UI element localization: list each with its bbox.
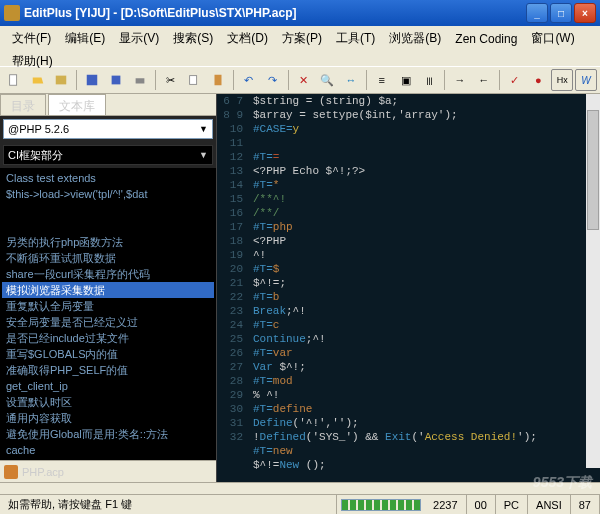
save-icon[interactable] [81,69,103,91]
menu-tools[interactable]: 工具(T) [330,28,381,49]
list-item[interactable]: share一段curl采集程序的代码 [2,266,214,282]
list-item[interactable]: cache [2,442,214,458]
category-value: CI框架部分 [8,148,63,163]
sidebar-tabs: 目录 文本库 [0,94,216,116]
list-item[interactable]: 另类的执行php函数方法 [2,234,214,250]
replace-icon[interactable]: ↔ [340,69,362,91]
menubar: 文件(F) 编辑(E) 显示(V) 搜索(S) 文档(D) 方案(P) 工具(T… [0,26,600,66]
list-item[interactable] [2,202,214,218]
columns-icon[interactable]: ⫼ [418,69,440,91]
list-item[interactable]: 设置默认时区 [2,394,214,410]
svg-rect-0 [10,75,17,86]
scroll-thumb[interactable] [587,110,599,230]
menu-window[interactable]: 窗口(W) [525,28,580,49]
svg-rect-5 [190,76,197,85]
menu-browser[interactable]: 浏览器(B) [383,28,447,49]
list-item[interactable]: 是否已经include过某文件 [2,330,214,346]
list-item[interactable]: 避免使用Global而是用:类名::方法 [2,426,214,442]
maximize-button[interactable]: □ [550,3,572,23]
bottom-bar [0,482,600,494]
list-item[interactable]: 准确取得PHP_SELF的值 [2,362,214,378]
list-item[interactable]: 模拟浏览器采集数据 [2,282,214,298]
minimize-button[interactable]: _ [526,3,548,23]
find-icon[interactable]: 🔍 [316,69,338,91]
list-item[interactable]: 不断循环重试抓取数据 [2,250,214,266]
code-content[interactable]: $string = (string) $a; $array = settype(… [253,94,586,482]
category-combo[interactable]: CI框架部分 ▼ [3,145,213,165]
chevron-down-icon: ▼ [199,124,208,134]
list-item[interactable]: Class test extends [2,170,214,186]
indent-icon[interactable]: → [449,69,471,91]
spell-icon[interactable]: ✓ [504,69,526,91]
line-gutter: 6 7 8 9 10 11 12 13 14 15 16 17 18 19 20… [217,94,249,482]
new-icon[interactable] [3,69,25,91]
menu-project[interactable]: 方案(P) [276,28,328,49]
browse-icon[interactable] [51,69,73,91]
open-icon[interactable] [27,69,49,91]
menu-view[interactable]: 显示(V) [113,28,165,49]
cliptext-combo[interactable]: @PHP 5.2.6 ▼ [3,119,213,139]
redo-icon[interactable]: ↷ [262,69,284,91]
file-tab-bar: PHP.acp [0,460,216,482]
list-item[interactable]: 通用内容获取 [2,410,214,426]
menu-document[interactable]: 文档(D) [221,28,274,49]
paste-icon[interactable] [207,69,229,91]
list-item[interactable]: $this->load->view('tpl/^!',$dat [2,186,214,202]
cancel-icon[interactable]: ✕ [293,69,315,91]
svg-rect-4 [135,78,144,83]
fullscr-icon[interactable]: ▣ [395,69,417,91]
list-item[interactable]: 安全局变量是否已经定义过 [2,314,214,330]
code-editor[interactable]: 6 7 8 9 10 11 12 13 14 15 16 17 18 19 20… [217,94,600,482]
tab-cliptext[interactable]: 文本库 [48,94,106,115]
svg-rect-2 [87,75,98,86]
list-item[interactable]: 重写$GLOBALS内的值 [2,346,214,362]
wrap-icon[interactable]: ≡ [371,69,393,91]
list-item[interactable]: 重复默认全局变量 [2,298,214,314]
svg-rect-3 [112,76,121,85]
status-enc: ANSI [528,495,571,514]
menu-edit[interactable]: 编辑(E) [59,28,111,49]
status-extra: 87 [571,495,600,514]
chevron-down-icon: ▼ [199,150,208,160]
sidebar: 目录 文本库 @PHP 5.2.6 ▼ CI框架部分 ▼ Class test … [0,94,217,482]
word-icon[interactable]: W [575,69,597,91]
toolbar: ✂ ↶ ↷ ✕ 🔍 ↔ ≡ ▣ ⫼ → ← ✓ ● Hx W [0,66,600,94]
cut-icon[interactable]: ✂ [160,69,182,91]
titlebar: EditPlus [YIJU] - [D:\Soft\EditPlus\STX\… [0,0,600,26]
close-button[interactable]: × [574,3,596,23]
saveall-icon[interactable] [105,69,127,91]
file-icon [4,465,18,479]
vertical-scrollbar[interactable] [586,94,600,468]
status-mode: PC [496,495,528,514]
combo-value: @PHP 5.2.6 [8,123,69,135]
status-line: 2237 [425,495,466,514]
print-icon[interactable] [129,69,151,91]
progress-bar [341,499,421,511]
statusbar: 如需帮助, 请按键盘 F1 键 2237 00 PC ANSI 87 [0,494,600,514]
list-item[interactable]: get_client_ip [2,378,214,394]
svg-rect-6 [215,75,222,86]
status-help: 如需帮助, 请按键盘 F1 键 [0,495,337,514]
undo-icon[interactable]: ↶ [238,69,260,91]
outdent-icon[interactable]: ← [473,69,495,91]
hex-icon[interactable]: Hx [551,69,573,91]
status-col: 00 [467,495,496,514]
cliptext-list[interactable]: Class test extends$this->load->view('tpl… [0,168,216,460]
copy-icon[interactable] [183,69,205,91]
tab-directory[interactable]: 目录 [0,94,46,115]
window-title: EditPlus [YIJU] - [D:\Soft\EditPlus\STX\… [24,6,524,20]
main-area: 目录 文本库 @PHP 5.2.6 ▼ CI框架部分 ▼ Class test … [0,94,600,482]
menu-zen[interactable]: Zen Coding [449,30,523,48]
list-item[interactable] [2,218,214,234]
app-icon [4,5,20,21]
record-icon[interactable]: ● [528,69,550,91]
menu-file[interactable]: 文件(F) [6,28,57,49]
svg-rect-1 [56,76,67,85]
menu-search[interactable]: 搜索(S) [167,28,219,49]
file-tab[interactable]: PHP.acp [22,466,64,478]
